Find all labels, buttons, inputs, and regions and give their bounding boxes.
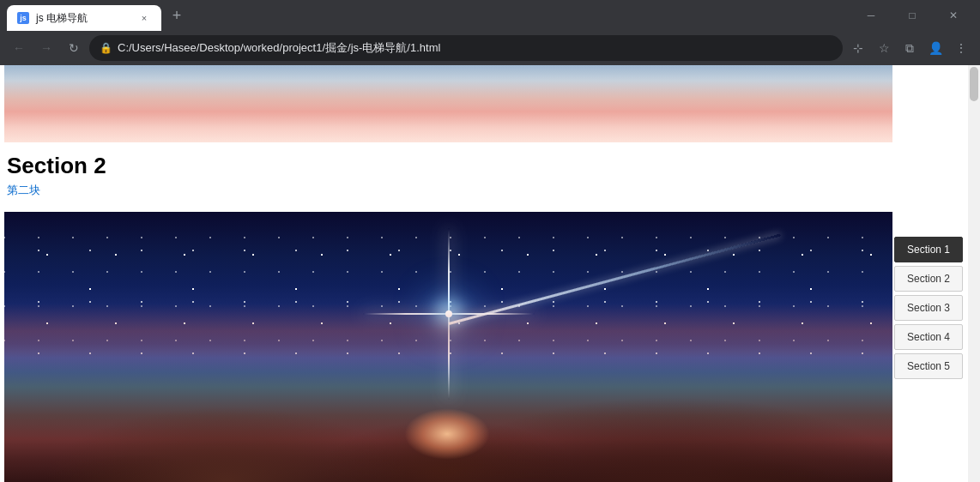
window-controls: ─ □ ✕ [851,3,973,28]
section-heading: Section 2 [0,142,980,183]
nav-item-section5[interactable]: Section 5 [894,353,963,379]
browser-toolbar: ← → ↻ 🔒 C:/Users/Hasee/Desktop/worked/pr… [0,31,980,65]
maximize-button[interactable]: □ [892,3,932,28]
tab-close-button[interactable]: × [137,11,151,25]
toolbar-right: ⊹ ☆ ⧉ 👤 ⋮ [846,36,973,60]
tab-favicon: js [17,12,29,24]
bottom-light-source [404,408,490,460]
nav-item-section1[interactable]: Section 1 [894,237,963,262]
back-button[interactable]: ← [7,36,31,60]
address-bar[interactable]: 🔒 C:/Users/Hasee/Desktop/worked/project1… [89,35,843,61]
forward-button[interactable]: → [34,36,58,60]
section-subtitle: 第二块 [0,183,980,205]
scrollbar-thumb[interactable] [970,67,978,101]
elevator-nav-sidebar: Section 1 Section 2 Section 3 Section 4 … [894,237,963,379]
extensions-puzzle-icon[interactable]: ⧉ [898,36,922,60]
bookmark-icon[interactable]: ☆ [872,36,896,60]
address-lock-icon: 🔒 [100,42,112,54]
nav-item-section2[interactable]: Section 2 [894,266,963,292]
scrollbar[interactable] [968,65,980,482]
nav-item-section4[interactable]: Section 4 [894,324,963,350]
top-section-image [4,65,892,142]
profile-icon[interactable]: 👤 [923,36,947,60]
menu-icon[interactable]: ⋮ [949,36,973,60]
main-section-image: ©稀土掘金技术社区 [4,212,892,482]
address-text: C:/Users/Hasee/Desktop/worked/project1/掘… [118,40,832,56]
close-button[interactable]: ✕ [934,3,973,28]
tab-title: js 电梯导航 [36,11,130,26]
top-image-inner [4,65,892,142]
reload-button[interactable]: ↻ [62,36,86,60]
nav-item-section3[interactable]: Section 3 [894,295,963,321]
tab-bar: js js 电梯导航 × + ─ □ ✕ [0,0,980,31]
page-content: Section 2 第二块 ©稀土掘金技术社区 Section 1 S [0,65,980,482]
new-tab-button[interactable]: + [165,3,189,27]
browser-window: js js 电梯导航 × + ─ □ ✕ ← → ↻ 🔒 C:/Users/Ha… [0,0,980,482]
minimize-button[interactable]: ─ [851,3,891,28]
cast-icon[interactable]: ⊹ [846,36,870,60]
active-tab[interactable]: js js 电梯导航 × [7,5,161,31]
